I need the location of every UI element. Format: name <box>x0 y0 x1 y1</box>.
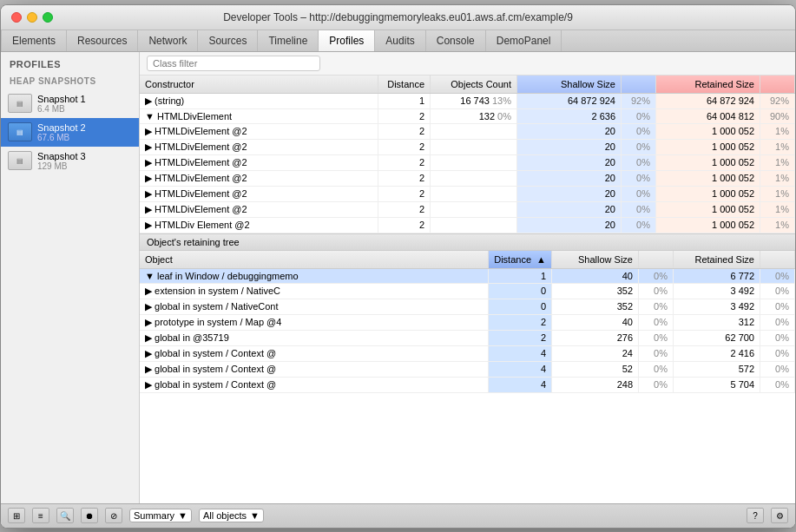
ret-cell-shallow: 52 <box>552 361 639 377</box>
tab-console[interactable]: Console <box>426 30 486 51</box>
snapshot-1-item[interactable]: ▤ Snapshot 1 6.4 MB <box>1 89 139 118</box>
window-title: Developer Tools – http://debuggingmemory… <box>223 11 573 23</box>
ret-cell-object: ▶ global in system / NativeCont <box>140 299 489 314</box>
heap-table-row[interactable]: ▶ HTMLDivElement @2 2 20 0% 1 000 052 1% <box>140 201 795 217</box>
filter-bar <box>140 52 795 76</box>
statusbar-icon-2[interactable]: ≡ <box>32 508 49 523</box>
retaining-tree-row[interactable]: ▶ global in system / Context @ 4 24 0% 2… <box>140 345 795 361</box>
minimize-button[interactable] <box>27 12 37 23</box>
heap-cell-constructor: ▶ HTMLDiv Element @2 <box>140 217 378 233</box>
settings-button[interactable]: ⚙ <box>771 508 788 523</box>
tab-resources[interactable]: Resources <box>67 30 138 51</box>
heap-cell-objects <box>431 123 517 139</box>
tab-demopanel[interactable]: DemoPanel <box>486 30 562 51</box>
th-retained-size[interactable]: Retained Size <box>656 76 760 94</box>
snapshot-1-icon: ▤ <box>8 94 32 113</box>
heap-cell-retained: 1 000 052 <box>656 217 760 233</box>
retaining-table: Object Distance ▲ Shallow Size Retained … <box>140 251 795 393</box>
heap-cell-constructor: ▶ HTMLDivElement @2 <box>140 170 378 186</box>
heap-cell-retained-pct: 1% <box>760 186 795 201</box>
tab-sources[interactable]: Sources <box>198 30 258 51</box>
heap-cell-retained-pct: 1% <box>760 201 795 217</box>
retaining-tree-row[interactable]: ▶ global in system / Context @ 4 52 0% 5… <box>140 361 795 377</box>
retaining-tree-row[interactable]: ▶ global in system / Context @ 4 248 0% … <box>140 377 795 392</box>
heap-cell-shallow: 2 636 <box>517 108 622 123</box>
retaining-tree-row[interactable]: ▼ leaf in Window / debuggingmemo 1 40 0%… <box>140 268 795 283</box>
ret-th-object[interactable]: Object <box>140 251 489 269</box>
heap-cell-shallow-pct: 0% <box>622 186 656 201</box>
heap-cell-objects <box>431 139 517 154</box>
heap-cell-distance: 2 <box>378 201 431 217</box>
heap-table-row[interactable]: ▶ HTMLDivElement @2 2 20 0% 1 000 052 1% <box>140 154 795 170</box>
snapshot-2-item[interactable]: ▤ Snapshot 2 67.6 MB <box>1 118 139 147</box>
ret-cell-shallow-pct: 0% <box>639 361 674 377</box>
heap-cell-distance: 2 <box>378 186 431 201</box>
heap-cell-retained: 1 000 052 <box>656 154 760 170</box>
heap-cell-retained-pct: 1% <box>760 139 795 154</box>
heap-table-row[interactable]: ▶ HTMLDivElement @2 2 20 0% 1 000 052 1% <box>140 139 795 154</box>
heap-table-row[interactable]: ▶ HTMLDivElement @2 2 20 0% 1 000 052 1% <box>140 186 795 201</box>
heap-table-row[interactable]: ▼ HTMLDivElement 2 132 0% 2 636 0% 64 00… <box>140 108 795 123</box>
titlebar: Developer Tools – http://debuggingmemory… <box>1 5 795 30</box>
heap-cell-distance: 1 <box>378 93 431 108</box>
heap-cell-constructor: ▼ HTMLDivElement <box>140 108 378 123</box>
th-shallow-pct <box>622 76 656 94</box>
maximize-button[interactable] <box>43 12 53 23</box>
all-objects-select[interactable]: All objects ▼ <box>199 509 264 522</box>
statusbar: ⊞ ≡ 🔍 ⏺ ⊘ Summary ▼ All objects ▼ ? ⚙ <box>1 503 795 528</box>
ret-cell-distance: 0 <box>489 299 552 314</box>
tab-timeline[interactable]: Timeline <box>258 30 319 51</box>
ret-cell-shallow-pct: 0% <box>639 330 674 345</box>
th-constructor[interactable]: Constructor <box>140 76 378 94</box>
th-distance[interactable]: Distance <box>378 76 431 94</box>
heap-cell-shallow: 20 <box>517 154 622 170</box>
all-objects-label: All objects <box>203 510 247 521</box>
ret-cell-retained: 5 704 <box>674 377 760 392</box>
heap-cell-constructor: ▶ HTMLDivElement @2 <box>140 154 378 170</box>
snapshot-3-item[interactable]: ▤ Snapshot 3 129 MB <box>1 147 139 175</box>
statusbar-icon-search[interactable]: 🔍 <box>56 508 74 523</box>
heap-table-row[interactable]: ▶ HTMLDiv Element @2 2 20 0% 1 000 052 1… <box>140 217 795 233</box>
statusbar-icon-ban[interactable]: ⊘ <box>105 508 122 523</box>
sidebar: Profiles HEAP SNAPSHOTS ▤ Snapshot 1 6.4… <box>1 52 140 503</box>
th-shallow-size[interactable]: Shallow Size <box>517 76 622 94</box>
ret-th-retained[interactable]: Retained Size <box>674 251 760 269</box>
tab-audits[interactable]: Audits <box>375 30 425 51</box>
ret-cell-retained: 3 492 <box>674 283 760 299</box>
heap-table-row[interactable]: ▶ (string) 1 16 743 13% 64 872 924 92% 6… <box>140 93 795 108</box>
class-filter-input[interactable] <box>147 56 320 71</box>
heap-cell-objects: 16 743 13% <box>431 93 517 108</box>
retaining-tree-row[interactable]: ▶ global in system / NativeCont 0 352 0%… <box>140 299 795 314</box>
ret-cell-object: ▶ global in system / Context @ <box>140 345 489 361</box>
ret-cell-retained: 312 <box>674 314 760 330</box>
ret-cell-object: ▼ leaf in Window / debuggingmemo <box>140 268 489 283</box>
retaining-tree-row[interactable]: ▶ global in @35719 2 276 0% 62 700 0% <box>140 330 795 345</box>
heap-cell-shallow-pct: 0% <box>622 201 656 217</box>
retaining-tree-row[interactable]: ▶ prototype in system / Map @4 2 40 0% 3… <box>140 314 795 330</box>
summary-select[interactable]: Summary ▼ <box>129 509 192 522</box>
heap-table-row[interactable]: ▶ HTMLDivElement @2 2 20 0% 1 000 052 1% <box>140 170 795 186</box>
statusbar-icon-1[interactable]: ⊞ <box>8 508 25 523</box>
th-objects-count[interactable]: Objects Count <box>431 76 517 94</box>
tab-profiles[interactable]: Profiles <box>319 30 375 51</box>
heap-cell-retained: 1 000 052 <box>656 201 760 217</box>
ret-th-shallow[interactable]: Shallow Size <box>552 251 639 269</box>
tab-network[interactable]: Network <box>138 30 198 51</box>
heap-cell-retained: 1 000 052 <box>656 186 760 201</box>
heap-table-row[interactable]: ▶ HTMLDivElement @2 2 20 0% 1 000 052 1% <box>140 123 795 139</box>
ret-cell-retained-pct: 0% <box>760 361 795 377</box>
heap-cell-constructor: ▶ HTMLDivElement @2 <box>140 186 378 201</box>
close-button[interactable] <box>11 12 22 23</box>
tab-elements[interactable]: Elements <box>1 30 67 51</box>
heap-cell-constructor: ▶ HTMLDivElement @2 <box>140 139 378 154</box>
ret-cell-retained: 572 <box>674 361 760 377</box>
help-button[interactable]: ? <box>747 508 764 523</box>
ret-th-distance[interactable]: Distance ▲ <box>489 251 552 269</box>
ret-cell-retained-pct: 0% <box>760 377 795 392</box>
heap-cell-retained-pct: 90% <box>760 108 795 123</box>
ret-cell-retained: 3 492 <box>674 299 760 314</box>
snapshot-2-size: 67.6 MB <box>37 133 86 142</box>
statusbar-icon-record[interactable]: ⏺ <box>81 508 98 523</box>
snapshot-2-name: Snapshot 2 <box>37 122 86 133</box>
retaining-tree-row[interactable]: ▶ extension in system / NativeC 0 352 0%… <box>140 283 795 299</box>
